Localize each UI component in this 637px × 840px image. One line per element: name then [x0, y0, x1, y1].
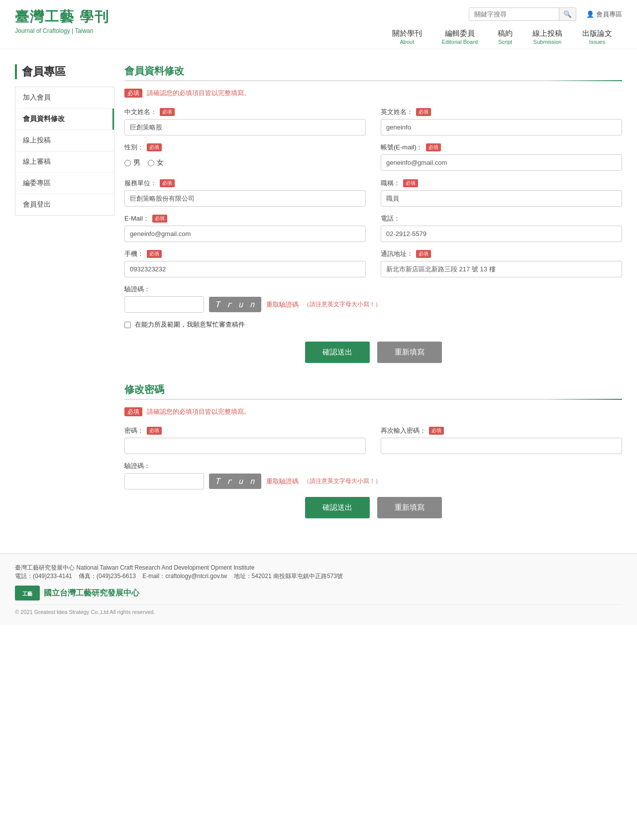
password-label: 密碼： 必填 [124, 426, 366, 435]
email-label: E-Mail： 必填 [124, 214, 366, 223]
logo-area: 臺灣工藝 學刊 Journal of Craftology | Taiwan [15, 7, 109, 34]
search-bar[interactable]: 🔍 [469, 7, 576, 21]
email-group: E-Mail： 必填 [124, 214, 366, 242]
password-required: 必填 [147, 427, 162, 435]
footer-info: 臺灣工藝研究發展中心 National Taiwan Craft Researc… [15, 564, 622, 581]
member-checkbox-row: 在能力所及範圍，我願意幫忙審查稿件 [124, 320, 622, 329]
member-captcha-input[interactable] [124, 296, 204, 313]
member-reset-button[interactable]: 重新填寫 [377, 342, 442, 363]
english-name-label: 英文姓名： 必填 [381, 108, 622, 117]
logo-title: 臺灣工藝 學刊 [15, 7, 109, 26]
password-captcha-label: 驗證碼： [124, 462, 622, 471]
title-input[interactable] [381, 190, 622, 207]
org-group: 服務單位： 必填 [124, 179, 366, 207]
mobile-group: 手機： 必填 [124, 249, 366, 277]
gender-male-radio[interactable] [124, 160, 131, 166]
nav-item-about[interactable]: 關於學刊 About [382, 25, 432, 49]
nav-item-editorial[interactable]: 編輯委員 Editorial Board [432, 25, 488, 49]
password-button-row: 確認送出 重新填寫 [124, 497, 622, 518]
password-notice-text: 請確認您的必填項目皆以完整填寫。 [147, 408, 250, 415]
sidebar-title: 會員專區 [15, 64, 114, 79]
footer-logo-icon: 工藝 [15, 586, 40, 600]
nav-item-submission[interactable]: 線上投稿 Submission [523, 25, 572, 49]
email-required: 必填 [152, 215, 167, 223]
title-label: 職稱： 必填 [381, 179, 622, 188]
address-label: 通訊地址： 必填 [381, 249, 622, 258]
review-checkbox-label: 在能力所及範圍，我願意幫忙審查稿件 [135, 320, 245, 329]
gender-options: 男 女 [124, 154, 366, 171]
member-captcha-refresh[interactable]: 重取驗證碼 [266, 300, 299, 309]
chinese-name-required: 必填 [160, 108, 175, 116]
member-form-section: 會員資料修改 必填 請確認您的必填項目皆以完整填寫。 中文姓名： 必填 [124, 64, 622, 363]
member-link[interactable]: 👤 會員專區 [586, 10, 622, 19]
member-submit-button[interactable]: 確認送出 [305, 342, 370, 363]
password-captcha-section: 驗證碼： T r u n 重取驗證碼 （請注意英文字母大小寫！） [124, 462, 622, 489]
org-required: 必填 [160, 179, 175, 187]
nav-item-script[interactable]: 稿約 Script [488, 25, 523, 49]
search-input[interactable] [469, 8, 559, 20]
footer: 臺灣工藝研究發展中心 National Taiwan Craft Researc… [0, 553, 637, 625]
password-form-divider [124, 399, 622, 400]
password-form-grid: 密碼： 必填 再次輸入密碼： 必填 [124, 426, 622, 454]
password-captcha-note: （請注意英文字母大小寫！） [304, 477, 381, 485]
svg-text:工藝: 工藝 [22, 591, 32, 597]
title-required: 必填 [403, 179, 418, 187]
password-submit-button[interactable]: 確認送出 [305, 497, 370, 518]
member-captcha-label: 驗證碼： [124, 285, 622, 294]
title-group: 職稱： 必填 [381, 179, 622, 207]
address-group: 通訊地址： 必填 [381, 249, 622, 277]
email-account-required: 必填 [426, 143, 441, 151]
search-button[interactable]: 🔍 [559, 8, 576, 20]
sidebar-item-editorial[interactable]: 編委專區 [15, 173, 114, 194]
password-form-section: 修改密碼 必填 請確認您的必填項目皆以完整填寫。 密碼： 必填 [124, 383, 622, 518]
chinese-name-group: 中文姓名： 必填 [124, 108, 366, 135]
password-captcha-refresh[interactable]: 重取驗證碼 [266, 477, 299, 486]
english-name-input[interactable] [381, 119, 622, 135]
email-account-input[interactable] [381, 154, 622, 171]
org-input[interactable] [124, 190, 366, 207]
logo-subtitle: Journal of Craftology | Taiwan [15, 27, 109, 34]
member-form-title: 會員資料修改 [124, 64, 622, 78]
password-input[interactable] [124, 438, 366, 454]
footer-copyright: © 2021 Greatest Idea Strategy Co.,Ltd Al… [15, 604, 622, 615]
gender-label: 性別： 必填 [124, 143, 366, 152]
member-button-row: 確認送出 重新填寫 [124, 342, 622, 363]
sidebar-item-submit[interactable]: 線上投稿 [15, 130, 114, 151]
email-account-group: 帳號(E-mail)： 必填 [381, 143, 622, 171]
sidebar-item-profile[interactable]: 會員資料修改 [15, 109, 114, 130]
sidebar-item-review[interactable]: 線上審稿 [15, 151, 114, 173]
sidebar-menu: 加入會員 會員資料修改 線上投稿 線上審稿 編委專區 會員登出 [15, 87, 114, 216]
mobile-required: 必填 [147, 250, 162, 258]
member-form-grid: 中文姓名： 必填 英文姓名： 必填 性別： [124, 108, 622, 277]
sidebar-item-join[interactable]: 加入會員 [15, 87, 114, 109]
password-reset-button[interactable]: 重新填寫 [377, 497, 442, 518]
nav-menu: 關於學刊 About 編輯委員 Editorial Board 稿約 Scrip… [382, 25, 622, 49]
phone-label: 電話： [381, 214, 622, 223]
email-input[interactable] [124, 226, 366, 242]
english-name-required: 必填 [416, 108, 431, 116]
org-label: 服務單位： 必填 [124, 179, 366, 188]
confirm-password-input[interactable] [381, 438, 622, 454]
review-checkbox[interactable] [124, 322, 131, 328]
phone-input[interactable] [381, 226, 622, 242]
member-captcha-image: T r u n [209, 297, 261, 312]
confirm-password-required: 必填 [429, 427, 444, 435]
password-form-title: 修改密碼 [124, 383, 622, 396]
gender-female-option[interactable]: 女 [148, 158, 164, 167]
confirm-password-label: 再次輸入密碼： 必填 [381, 426, 622, 435]
address-input[interactable] [381, 261, 622, 277]
notice-text: 請確認您的必填項目皆以完整填寫。 [147, 89, 250, 97]
header-right: 🔍 👤 會員專區 關於學刊 About 編輯委員 Editorial Board… [382, 7, 622, 49]
password-group: 密碼： 必填 [124, 426, 366, 454]
password-captcha-input[interactable] [124, 473, 204, 489]
gender-female-radio[interactable] [148, 160, 154, 166]
chinese-name-label: 中文姓名： 必填 [124, 108, 366, 117]
password-captcha-row: T r u n 重取驗證碼 （請注意英文字母大小寫！） [124, 473, 622, 489]
content: 會員資料修改 必填 請確認您的必填項目皆以完整填寫。 中文姓名： 必填 [124, 64, 622, 538]
sidebar-item-logout[interactable]: 會員登出 [15, 194, 114, 215]
nav-item-issues[interactable]: 出版論文 Issues [572, 25, 622, 49]
mobile-input[interactable] [124, 261, 366, 277]
gender-group: 性別： 必填 男 女 [124, 143, 366, 171]
gender-male-option[interactable]: 男 [124, 158, 140, 167]
chinese-name-input[interactable] [124, 119, 366, 135]
